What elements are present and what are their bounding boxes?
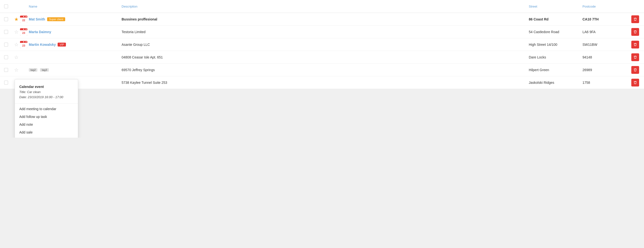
row-postcode-cell: CA10 7TH [580, 15, 629, 23]
super-client-badge: Super client [47, 17, 65, 21]
popup-title-value: Car clean [27, 90, 41, 94]
row-description-cell: Testoria Limited [120, 28, 527, 36]
row-actions-cell [629, 39, 644, 50]
row-street-cell: High Street 14/100 [527, 41, 580, 48]
popup-event-title: Calendar event [19, 85, 74, 89]
calendar-icon[interactable]: 23 [20, 41, 27, 48]
row-street-cell: 54 Castledore Road [527, 28, 580, 36]
row-description-cell: Bussines proffesional [120, 15, 527, 23]
table-row: ☆ 23 Marta Daimny Testoria Limited 54 Ca… [0, 26, 644, 38]
table-row: ☆ tag2 tag3 69570 Jeffrey Springs Hilper… [0, 64, 644, 76]
row-actions-cell [629, 77, 644, 88]
popup-add-sale[interactable]: Add sale [15, 128, 78, 136]
calendar-icon[interactable]: 22 [20, 15, 27, 23]
table-row: ☆ 5738 Kaylee Tunnel Suite 253 Jaskolski… [0, 76, 644, 89]
row-description-cell: 69570 Jeffrey Springs [120, 66, 527, 74]
popup-event-info: Calendar event Title: Car clean Date: 23… [15, 82, 78, 104]
contact-name-link[interactable]: Martin Kowalsky [29, 43, 56, 46]
row-checkbox[interactable] [4, 17, 8, 21]
popup-add-followup[interactable]: Add follow up task [15, 113, 78, 121]
contact-name-link[interactable]: Marta Daimny [29, 30, 51, 34]
row-actions-cell [629, 13, 644, 25]
header-icons-cell [12, 2, 27, 10]
header-description: Description [120, 2, 527, 10]
calendar-icon[interactable]: 23 [20, 28, 27, 36]
calendar-popup: Calendar event Title: Car clean Date: 23… [15, 79, 78, 138]
row-street-cell: 86 Coast Rd [527, 15, 580, 23]
row-checkbox-cell [0, 41, 12, 48]
row-icons-cell: ★ 22 [12, 14, 27, 25]
star-icon[interactable]: ☆ [14, 54, 18, 60]
popup-date-value: 23/10/2019 16:00 - 17:00 [28, 95, 63, 99]
tag-badge: tag2 [29, 68, 37, 72]
row-icons-cell: ☆ [12, 52, 27, 62]
row-postcode-cell: 94148 [580, 53, 629, 61]
row-icons-cell: ☆ [12, 65, 27, 75]
delete-button[interactable] [631, 41, 639, 48]
empty-area [0, 89, 644, 138]
delete-button[interactable] [631, 66, 639, 74]
header-street: Street [527, 2, 580, 10]
row-name-cell: Marta Daimny [27, 28, 120, 36]
row-name-cell: Martin Kowalsky VIP [27, 41, 120, 48]
table-row: ☆ 04808 Ceasar Isle Apt. 651 Dare Locks … [0, 51, 644, 64]
star-icon[interactable]: ★ [14, 16, 18, 22]
row-checkbox-cell [0, 53, 12, 61]
row-checkbox-cell [0, 66, 12, 74]
row-postcode-cell: SW11BW [580, 41, 629, 48]
row-checkbox-cell [0, 28, 12, 36]
row-actions-cell [629, 26, 644, 38]
header-actions-cell [629, 2, 644, 10]
row-description-cell: 04808 Ceasar Isle Apt. 651 [120, 53, 527, 61]
row-description-cell: 5738 Kaylee Tunnel Suite 253 [120, 79, 527, 87]
contacts-table: Name Description Street Postcode ★ 22 Ma… [0, 0, 644, 138]
table-row: ★ 22 Mat Smith Super client Bussines pro… [0, 13, 644, 26]
row-checkbox[interactable] [4, 55, 8, 59]
row-street-cell: Hilpert Green [527, 66, 580, 74]
row-actions-cell [629, 64, 644, 76]
select-all-checkbox[interactable] [4, 4, 8, 8]
star-icon[interactable]: ☆ [14, 29, 18, 35]
popup-add-note[interactable]: Add note [15, 121, 78, 128]
row-icons-cell: ☆ 23 [12, 26, 27, 37]
row-checkbox[interactable] [4, 81, 8, 85]
header-postcode: Postcode [580, 2, 629, 10]
header-name: Name [27, 2, 120, 10]
row-description-cell: Asante Group LLC [120, 41, 527, 48]
contact-name-link[interactable]: Mat Smith [29, 17, 45, 21]
star-icon[interactable]: ☆ [14, 42, 18, 47]
row-checkbox-cell [0, 79, 12, 87]
row-name-cell: Mat Smith Super client [27, 15, 120, 23]
row-icons-cell: ☆ 23 [12, 39, 27, 50]
table-header: Name Description Street Postcode [0, 0, 644, 13]
row-name-cell: tag2 tag3 [27, 66, 120, 74]
row-actions-cell [629, 51, 644, 63]
star-icon[interactable]: ☆ [14, 67, 18, 73]
row-street-cell: Jaskolski Ridges [527, 79, 580, 87]
row-postcode-cell: 1758 [580, 79, 629, 87]
popup-add-meeting[interactable]: Add meeting to calendar [15, 105, 78, 113]
popup-title-line: Title: Car clean [19, 90, 74, 95]
delete-button[interactable] [631, 15, 639, 23]
tag-badge: tag3 [40, 68, 48, 72]
delete-button[interactable] [631, 28, 639, 36]
header-checkbox-cell [0, 2, 12, 10]
row-checkbox[interactable] [4, 43, 8, 46]
delete-button[interactable] [631, 79, 639, 87]
delete-button[interactable] [631, 53, 639, 61]
row-checkbox[interactable] [4, 68, 8, 72]
row-checkbox[interactable] [4, 30, 8, 34]
table-row: ☆ 23 Martin Kowalsky VIP Asante Group LL… [0, 38, 644, 51]
popup-add-invoice[interactable]: Add invoice [15, 136, 78, 138]
popup-container: Calendar event Title: Car clean Date: 23… [15, 79, 78, 138]
row-postcode-cell: 26989 [580, 66, 629, 74]
row-checkbox-cell [0, 15, 12, 23]
row-name-cell [27, 55, 120, 59]
vip-badge: VIP [58, 43, 66, 46]
popup-title-label: Title: [19, 90, 27, 94]
row-postcode-cell: LA6 9FA [580, 28, 629, 36]
popup-date-label: Date: [19, 95, 28, 99]
row-street-cell: Dare Locks [527, 53, 580, 61]
popup-date-line: Date: 23/10/2019 16:00 - 17:00 [19, 95, 74, 100]
